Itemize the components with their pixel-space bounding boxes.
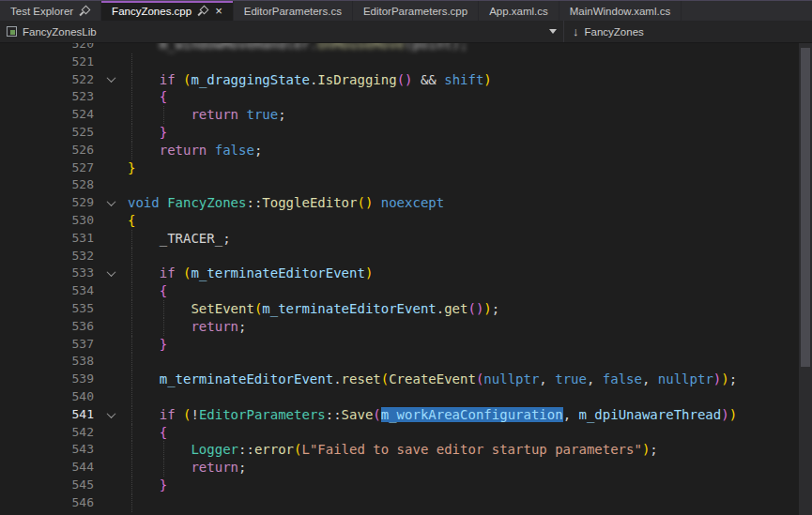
line-number[interactable]: 540	[0, 388, 94, 406]
tab-editorparameters-cpp[interactable]: EditorParameters.cpp	[353, 1, 479, 21]
line-number[interactable]: 526	[0, 142, 94, 159]
line-number[interactable]: 521	[0, 53, 94, 71]
code-editor[interactable]: 520 m_windowMoveHandler.OnMouseMove(poin…	[0, 43, 799, 515]
line-number[interactable]: 529	[0, 194, 94, 212]
code-token: ;	[238, 460, 246, 475]
code-line[interactable]: return;	[128, 459, 799, 477]
code-line[interactable]: _TRACER_;	[128, 230, 799, 248]
line-number[interactable]: 525	[0, 124, 94, 142]
fold-chevron-icon[interactable]	[106, 267, 115, 277]
code-line[interactable]: {	[128, 88, 799, 106]
fold-margin	[94, 424, 128, 442]
tab-editorparameters-cs[interactable]: EditorParameters.cs	[234, 1, 353, 21]
line-number[interactable]: 522	[0, 71, 94, 89]
close-icon[interactable]: ×	[215, 5, 222, 17]
line-number[interactable]: 545	[0, 477, 94, 494]
tab-app-xaml-cs[interactable]: App.xaml.cs	[479, 1, 559, 21]
code-line[interactable]: if (m_terminateEditorEvent)	[128, 265, 799, 282]
code-line[interactable]: return false;	[128, 142, 799, 159]
code-line-row-blurred: 520 m_windowMoveHandler.OnMouseMove(poin…	[0, 43, 799, 53]
scrollbar-thumb[interactable]	[801, 48, 810, 367]
code-token: OnMouseMove	[317, 43, 405, 52]
code-line-row: 526 return false;	[0, 142, 799, 159]
line-number[interactable]: 536	[0, 318, 94, 336]
tab-test-explorer[interactable]: Test Explorer	[0, 1, 101, 21]
code-line[interactable]: Logger::error(L"Failed to save editor st…	[128, 441, 799, 459]
code-line[interactable]	[128, 53, 799, 71]
line-number[interactable]: 527	[0, 159, 94, 177]
line-number[interactable]: 520	[0, 43, 94, 53]
vertical-scrollbar[interactable]	[799, 43, 812, 515]
line-number[interactable]: 541	[0, 406, 94, 424]
line-number[interactable]: 528	[0, 176, 94, 194]
code-line[interactable]: {	[128, 212, 799, 230]
code-line[interactable]: {	[128, 424, 799, 442]
member-dropdown[interactable]: ↓ FancyZones	[563, 21, 812, 42]
code-line-row: 540	[0, 388, 799, 406]
code-line[interactable]: }	[128, 159, 799, 177]
line-number[interactable]: 535	[0, 300, 94, 318]
code-token: (	[381, 371, 389, 386]
code-line[interactable]	[128, 176, 799, 194]
code-line[interactable]	[128, 388, 799, 406]
code-token: ()	[357, 195, 373, 210]
line-number[interactable]: 543	[0, 441, 94, 459]
project-dropdown[interactable]: FancyZonesLib	[0, 21, 563, 42]
fold-margin	[94, 212, 128, 230]
code-line[interactable]: return;	[128, 318, 799, 336]
code-line[interactable]	[128, 494, 799, 512]
line-number[interactable]: 531	[0, 230, 94, 248]
code-token: {	[160, 89, 167, 104]
code-token: shift	[444, 72, 483, 87]
code-line[interactable]	[128, 353, 799, 371]
line-number[interactable]: 537	[0, 336, 94, 354]
code-line[interactable]: if (m_draggingState.IsDragging() && shif…	[128, 71, 799, 89]
code-line[interactable]: }	[128, 336, 799, 354]
fold-margin	[94, 477, 128, 494]
member-kind-icon: ↓	[573, 25, 579, 38]
line-number[interactable]: 542	[0, 424, 94, 442]
code-token: if	[160, 265, 176, 280]
line-number[interactable]: 530	[0, 212, 94, 230]
line-number[interactable]: 524	[0, 106, 94, 124]
fold-margin	[94, 194, 128, 212]
code-token: ;	[238, 319, 246, 334]
fold-chevron-icon[interactable]	[106, 197, 115, 206]
code-line[interactable]: }	[128, 124, 799, 142]
line-number[interactable]: 538	[0, 353, 94, 371]
code-line[interactable]: return true;	[128, 106, 799, 124]
code-token: ()	[467, 301, 483, 316]
code-line[interactable]: void FancyZones::ToggleEditor() noexcept	[128, 194, 799, 212]
code-line[interactable]: if (!EditorParameters::Save(m_workAreaCo…	[128, 406, 799, 424]
code-line[interactable]	[128, 248, 799, 265]
line-number[interactable]: 523	[0, 88, 94, 106]
line-number[interactable]: 539	[0, 371, 94, 388]
code-line-row: 546	[0, 494, 799, 512]
code-line[interactable]: {	[128, 282, 799, 300]
line-number[interactable]: 544	[0, 459, 94, 477]
code-line-row: 524 return true;	[0, 106, 799, 124]
code-line[interactable]: m_terminateEditorEvent.reset(CreateEvent…	[128, 371, 799, 388]
line-number[interactable]: 533	[0, 265, 94, 282]
code-line-row: 528	[0, 176, 799, 194]
line-number[interactable]: 546	[0, 494, 94, 512]
chevron-down-icon[interactable]	[549, 29, 557, 34]
indent-guide	[163, 106, 164, 124]
code-token	[207, 143, 214, 158]
code-line[interactable]: }	[128, 477, 799, 494]
pin-icon[interactable]	[80, 6, 90, 16]
code-token: ,	[539, 371, 555, 386]
code-token: {	[160, 283, 167, 298]
code-line-row: 545 }	[0, 477, 799, 494]
pin-icon[interactable]	[198, 6, 208, 16]
indent-guide	[163, 318, 164, 336]
fold-chevron-icon[interactable]	[106, 74, 115, 83]
code-line[interactable]: SetEvent(m_terminateEditorEvent.get());	[128, 300, 799, 318]
code-line[interactable]: m_windowMoveHandler.OnMouseMove(point);	[128, 43, 799, 53]
tab-mainwindow-xaml-cs[interactable]: MainWindow.xaml.cs	[559, 1, 682, 21]
code-token: ;	[492, 301, 499, 316]
line-number[interactable]: 532	[0, 248, 94, 265]
fold-chevron-icon[interactable]	[106, 409, 115, 418]
tab-fancyzones-cpp[interactable]: FancyZones.cpp×	[101, 1, 234, 21]
line-number[interactable]: 534	[0, 282, 94, 300]
